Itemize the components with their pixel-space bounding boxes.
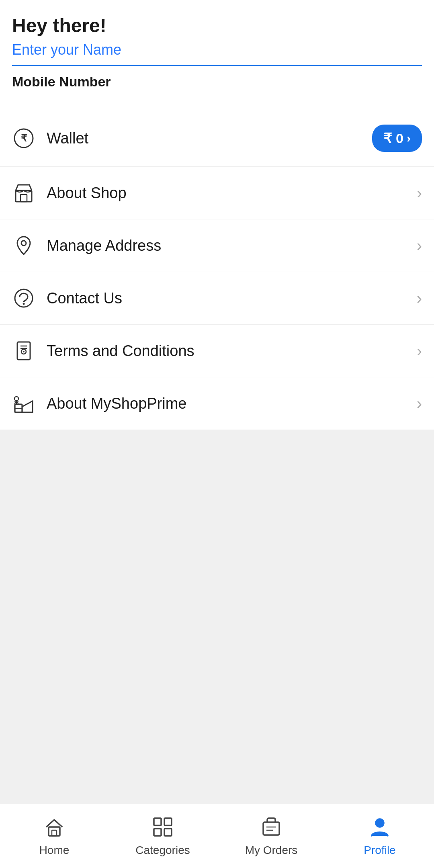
nav-item-categories[interactable]: Categories: [108, 804, 217, 868]
profile-header: Hey there! Enter your Name Mobile Number: [0, 0, 434, 110]
nav-label-home: Home: [39, 844, 70, 857]
svg-rect-25: [263, 822, 279, 835]
nav-label-my-orders: My Orders: [245, 844, 298, 857]
address-icon: [12, 234, 35, 257]
chevron-right-icon: ›: [417, 237, 422, 255]
svg-point-9: [23, 351, 25, 352]
svg-point-14: [14, 397, 18, 401]
chevron-right-icon: ›: [417, 395, 422, 413]
bottom-navigation: Home Categories My Orders: [0, 804, 434, 868]
svg-rect-21: [154, 818, 161, 825]
svg-rect-22: [164, 818, 172, 825]
chevron-right-icon: ›: [417, 289, 422, 307]
menu-item-wallet[interactable]: ₹ Wallet ₹ 0 ›: [0, 110, 434, 167]
wallet-icon: ₹: [12, 127, 35, 150]
menu-list: ₹ Wallet ₹ 0 › About Shop: [0, 110, 434, 430]
orders-icon: [260, 816, 283, 840]
chevron-right-icon: ›: [417, 342, 422, 360]
nav-label-categories: Categories: [135, 844, 190, 857]
terms-label: Terms and Conditions: [47, 342, 194, 360]
chevron-right-icon: ›: [417, 184, 422, 202]
svg-rect-3: [20, 194, 27, 202]
empty-area: [0, 430, 434, 868]
wallet-badge: ₹ 0 ›: [372, 125, 422, 152]
contact-icon: [12, 287, 35, 310]
mobile-number-label: Mobile Number: [12, 65, 422, 94]
manage-address-label: Manage Address: [47, 237, 161, 254]
about-shop-label: About Shop: [47, 184, 127, 202]
menu-item-manage-address[interactable]: Manage Address ›: [0, 219, 434, 272]
menu-item-about-myshopprime[interactable]: About MyShopPrime ›: [0, 377, 434, 430]
myshopprime-icon: [12, 392, 35, 415]
svg-rect-23: [154, 829, 161, 836]
nav-label-profile: Profile: [364, 844, 395, 857]
svg-rect-19: [49, 827, 60, 836]
greeting-text: Hey there!: [12, 14, 422, 37]
svg-point-6: [23, 303, 25, 305]
menu-item-terms[interactable]: Terms and Conditions ›: [0, 325, 434, 377]
svg-rect-24: [164, 829, 172, 836]
categories-icon: [151, 816, 174, 840]
shop-icon: [12, 181, 35, 205]
nav-item-home[interactable]: Home: [0, 804, 108, 868]
wallet-label: Wallet: [47, 130, 88, 147]
profile-icon: [368, 816, 391, 840]
wallet-arrow: ›: [407, 131, 411, 145]
svg-point-28: [376, 819, 384, 827]
wallet-amount: ₹ 0: [383, 130, 403, 146]
menu-item-about-shop[interactable]: About Shop ›: [0, 167, 434, 219]
about-myshopprime-label: About MyShopPrime: [47, 395, 187, 412]
terms-icon: [12, 339, 35, 362]
svg-text:₹: ₹: [21, 133, 27, 143]
menu-item-contact-us[interactable]: Contact Us ›: [0, 272, 434, 325]
svg-point-4: [21, 241, 26, 246]
contact-us-label: Contact Us: [47, 290, 122, 307]
home-icon: [43, 816, 66, 840]
nav-item-my-orders[interactable]: My Orders: [217, 804, 326, 868]
nav-item-profile[interactable]: Profile: [326, 804, 434, 868]
enter-name-link[interactable]: Enter your Name: [12, 41, 422, 58]
svg-rect-20: [52, 830, 57, 836]
